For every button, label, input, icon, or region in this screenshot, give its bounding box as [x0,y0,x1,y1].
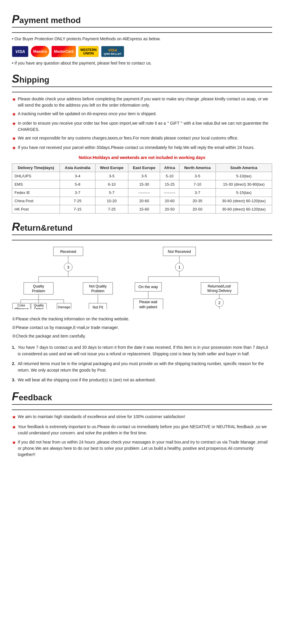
svg-text:Not Quality: Not Quality [89,284,106,288]
return-title: Return&retund [12,221,272,235]
return-num-1: 1. [12,344,15,357]
star-icon-1: ★ [12,96,16,108]
flowchart-svg: Received 3 Quality Problem Not Quality P… [12,244,273,309]
star-icon-5: ★ [12,144,16,152]
flowchart: Received 3 Quality Problem Not Quality P… [12,244,272,310]
return-steps: ①Please check the tracking information o… [12,316,272,339]
svg-text:Color: Color [17,303,25,307]
star-icon-f3: ★ [12,439,16,458]
svg-text:Quality: Quality [33,284,44,288]
western-union-icon: WESTERN UNION [78,46,99,57]
shipping-title: Shipping [12,73,272,87]
svg-text:1: 1 [178,265,180,269]
maestro-icon: Maestro [31,46,49,57]
payment-intro: Our Buyer Protection ONLY protects Payme… [12,36,272,41]
star-icon-2: ★ [12,111,16,118]
svg-text:2: 2 [218,301,220,305]
col-header-delivery: Delivery Time(days) [12,164,60,172]
col-header-north-america: North America [179,164,216,172]
feedback-bullet-1: ★ We aim to maintain high standards of e… [12,414,272,421]
col-header-east-europe: East Europe [128,164,160,172]
svg-text:Quality: Quality [34,303,44,307]
return-item-1: 1. You have 7 days to contact us and 30 … [12,344,272,357]
feedback-section: Feedback ★ We aim to maintain high stand… [12,390,272,458]
shipping-notice: Notice:Hoildays and weekends are not inc… [12,155,272,160]
svg-text:with patient: with patient [139,305,157,309]
star-icon-f1: ★ [12,414,16,421]
return-first-letter: R [12,221,20,233]
svg-text:3: 3 [67,265,69,269]
step-3: ③Check the package and item carefully. [12,333,272,339]
table-row: China Post7-2510-2020-6020-6020-3530-60 … [12,197,272,205]
svg-text:Received: Received [60,249,76,254]
qiwi-icon: VISA QIWI WALLET [101,46,124,57]
svg-text:Damage: Damage [58,305,70,309]
payment-first-letter: P [12,13,19,25]
mastercard-icon: MasterCard [52,46,76,57]
step-1: ①Please check the tracking information o… [12,316,272,322]
feedback-title: Feedback [12,390,272,405]
shipping-bullet-1: ★ Please double check your address befor… [12,96,272,108]
table-row: HK Post7-157-2515-6020-5020-5030-60 (dir… [12,205,272,213]
svg-text:Wrong Delivery: Wrong Delivery [207,289,232,293]
return-num-3: 3. [12,377,15,383]
shipping-bullet-4: ★ We are not responsible for any customs… [12,135,272,142]
return-numbered-list: 1. You have 7 days to contact us and 30 … [12,344,272,383]
payment-note: If you have any question about the payme… [12,61,272,65]
col-header-asia: Asia Australia [60,164,95,172]
table-row: EMS5-86-1015-3015-257-1015-30 (direct) 3… [12,180,272,189]
shipping-section: Shipping ★ Please double check your addr… [12,73,272,213]
payment-icons-row: VISA Maestro MasterCard WESTERN UNION VI… [12,46,272,57]
return-section: Return&retund Received 3 Quality Problem [12,221,272,383]
svg-text:Defect: Defect [34,307,44,309]
svg-text:Returned/Lost/: Returned/Lost/ [208,284,231,288]
table-row: DHL/UPS3-43-53-55-103-55-10(tax) [12,172,272,180]
feedback-first-letter: F [12,390,19,403]
table-row: Fedex IE3-75-7------------------3-75-15(… [12,189,272,197]
star-icon-f2: ★ [12,424,16,436]
col-header-west-europe: West Europe [95,164,128,172]
return-num-2: 2. [12,360,15,374]
shipping-table: Delivery Time(days) Asia Australia West … [12,163,272,213]
payment-section: Payment method Our Buyer Protection ONLY… [12,13,272,65]
col-header-south-america: South America [216,164,272,172]
shipping-bullet-5: ★ If you have not received your parcel w… [12,144,272,152]
return-item-2: 2. All returned items must be in the ori… [12,360,272,374]
shipping-bullet-3: ★ In order to ensure you receive your or… [12,120,272,133]
svg-text:On the way: On the way [138,285,158,289]
svg-text:Not Fit: Not Fit [92,305,103,309]
return-item-3: 3. We will bear all the shipping cost if… [12,377,272,383]
step-2: ②Please contact us by massage,E-mail,or … [12,325,272,331]
star-icon-4: ★ [12,135,16,142]
svg-text:Not  Received: Not Received [168,249,191,254]
svg-text:Problem: Problem [32,289,45,293]
table-header-row: Delivery Time(days) Asia Australia West … [12,164,272,172]
payment-title: Payment method [12,13,272,28]
svg-text:difference: difference [14,307,28,309]
svg-text:Please wait: Please wait [139,300,157,304]
col-header-africa: Africa [160,164,179,172]
shipping-bullet-2: ★ A tracking number will be updated on A… [12,111,272,118]
svg-text:Problem: Problem [91,289,105,293]
star-icon-3: ★ [12,120,16,133]
visa-icon: VISA [12,46,28,57]
feedback-bullet-3: ★ If you did not hear from us within 24 … [12,439,272,458]
feedback-bullet-2: ★ Your feedback is extremely important t… [12,424,272,436]
shipping-first-letter: S [12,73,19,85]
